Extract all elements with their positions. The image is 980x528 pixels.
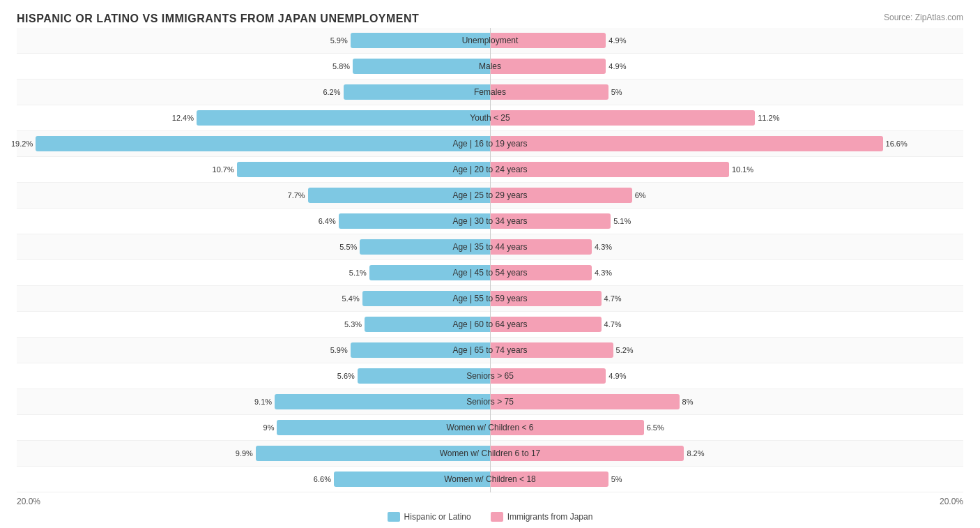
left-section: 7.7%: [17, 183, 490, 208]
value-right: 4.7%: [604, 294, 622, 303]
value-left: 5.9%: [330, 36, 348, 45]
bar-right: 5.2%: [490, 342, 613, 358]
value-right: 5%: [611, 475, 622, 483]
right-section: 4.9%: [490, 54, 963, 79]
left-section: 5.6%: [17, 363, 490, 389]
value-left: 19.2%: [11, 139, 33, 148]
bar-right: 5%: [490, 84, 608, 100]
left-section: 6.4%: [17, 209, 490, 234]
bar-left: 19.2%: [36, 136, 490, 151]
value-left: 5.8%: [332, 62, 350, 70]
value-left: 6.4%: [319, 217, 336, 225]
bar-left: 9.1%: [275, 394, 490, 409]
bar-left: 5.1%: [369, 265, 490, 280]
bar-left: 5.4%: [362, 291, 490, 306]
left-section: 5.8%: [17, 54, 490, 79]
axis-left-label: 20.0%: [17, 497, 40, 506]
right-section: 8%: [490, 389, 963, 414]
bar-left: 12.4%: [197, 110, 490, 126]
left-section: 19.2%: [17, 131, 490, 156]
right-section: 4.9%: [490, 363, 963, 389]
bar-right: 4.7%: [490, 291, 602, 306]
right-section: 4.3%: [490, 260, 963, 285]
value-right: 8%: [682, 398, 694, 406]
mid-line: [490, 28, 491, 492]
right-section: 6.5%: [490, 415, 963, 440]
chart-source: Source: ZipAtlas.com: [884, 13, 963, 22]
bar-left: 5.9%: [351, 342, 490, 358]
bar-right: 4.7%: [490, 317, 602, 332]
value-left: 9.9%: [236, 449, 253, 458]
value-left: 5.1%: [349, 269, 367, 277]
value-left: 6.6%: [314, 475, 331, 483]
value-right: 4.3%: [595, 243, 612, 251]
right-section: 8.2%: [490, 441, 963, 466]
axis-left: 20.0%: [17, 497, 490, 506]
bar-right: 16.6%: [490, 136, 883, 151]
bar-left: 9%: [277, 420, 490, 435]
left-section: 5.9%: [17, 28, 490, 53]
left-section: 9.9%: [17, 441, 490, 466]
left-section: 10.7%: [17, 157, 490, 182]
legend-color-left: [388, 512, 400, 522]
bar-right: 6.5%: [490, 420, 644, 435]
right-section: 5.1%: [490, 209, 963, 234]
right-section: 5.2%: [490, 338, 963, 363]
bar-right: 6%: [490, 188, 632, 203]
bar-left: 5.6%: [358, 368, 490, 384]
right-section: 4.9%: [490, 28, 963, 53]
value-right: 4.7%: [604, 320, 622, 329]
right-section: 4.7%: [490, 286, 963, 311]
bar-left: 7.7%: [308, 188, 490, 203]
bar-left: 5.3%: [365, 317, 490, 332]
value-right: 8.2%: [687, 449, 704, 458]
bar-right: 4.3%: [490, 239, 592, 255]
left-section: 12.4%: [17, 105, 490, 130]
value-left: 5.6%: [337, 372, 355, 380]
bar-right: 5%: [490, 472, 608, 487]
chart-rows-wrapper: 5.9%4.9%Unemployment5.8%4.9%Males6.2%5%F…: [17, 28, 963, 492]
right-section: 4.7%: [490, 312, 963, 337]
bar-right: 8.2%: [490, 446, 684, 461]
legend-item-left: Hispanic or Latino: [388, 512, 471, 522]
value-right: 5.1%: [613, 217, 631, 225]
bar-left: 5.9%: [351, 33, 490, 48]
bar-left: 6.2%: [344, 84, 490, 100]
bar-right: 4.9%: [490, 33, 606, 48]
axis-right: 20.0%: [490, 497, 963, 506]
right-section: 11.2%: [490, 105, 963, 130]
bar-right: 4.3%: [490, 265, 592, 280]
value-left: 7.7%: [288, 191, 305, 199]
value-right: 10.1%: [732, 165, 753, 174]
value-left: 5.5%: [339, 243, 357, 251]
axis-row: 20.0% 20.0%: [17, 497, 963, 506]
right-section: 5%: [490, 467, 963, 492]
bar-right: 4.9%: [490, 368, 606, 384]
left-section: 6.2%: [17, 80, 490, 105]
value-right: 4.3%: [595, 269, 612, 277]
left-section: 6.6%: [17, 467, 490, 492]
value-right: 5.2%: [616, 346, 634, 354]
value-left: 5.4%: [342, 294, 360, 303]
left-section: 9.1%: [17, 389, 490, 414]
value-left: 9%: [263, 423, 275, 432]
value-right: 4.9%: [608, 372, 626, 380]
chart-title: HISPANIC OR LATINO VS IMMIGRANTS FROM JA…: [17, 13, 419, 25]
right-section: 5%: [490, 80, 963, 105]
value-right: 6.5%: [647, 423, 664, 432]
right-section: 16.6%: [490, 131, 963, 156]
bar-left: 9.9%: [256, 446, 490, 461]
legend-color-right: [491, 512, 503, 522]
left-section: 5.5%: [17, 234, 490, 259]
right-section: 4.3%: [490, 234, 963, 259]
bar-left: 5.5%: [360, 239, 490, 255]
bar-right: 10.1%: [490, 162, 729, 177]
legend-label-left: Hispanic or Latino: [404, 512, 471, 522]
value-right: 4.9%: [608, 36, 626, 45]
bar-left: 10.7%: [237, 162, 490, 177]
axis-right-label: 20.0%: [940, 497, 963, 506]
bar-right: 11.2%: [490, 110, 755, 126]
legend: Hispanic or Latino Immigrants from Japan: [17, 512, 963, 522]
value-right: 4.9%: [608, 62, 626, 70]
value-right: 11.2%: [758, 114, 779, 122]
